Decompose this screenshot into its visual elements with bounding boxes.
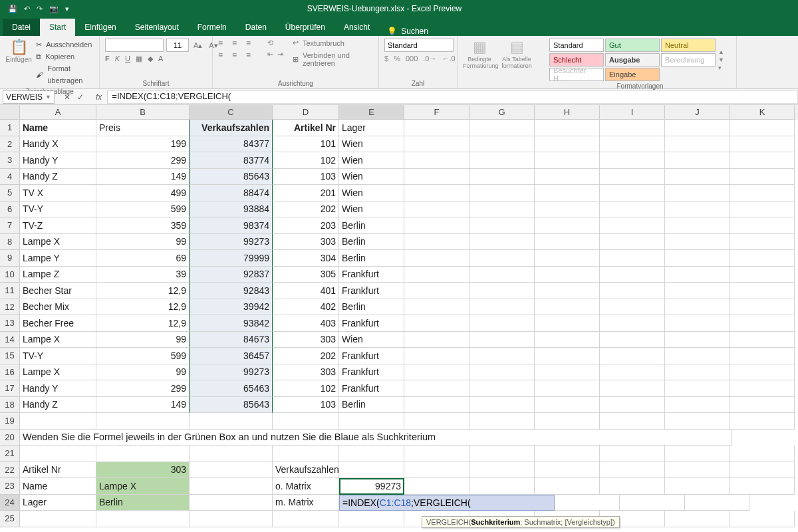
cell-F8[interactable]: [404, 234, 469, 251]
row-header[interactable]: 21: [0, 446, 20, 462]
cell-B8[interactable]: 99: [96, 234, 190, 251]
row-header[interactable]: 15: [0, 348, 20, 364]
format-as-table-button[interactable]: ▤Als Tabelle formatieren: [500, 39, 533, 69]
cell-B6[interactable]: 599: [96, 201, 190, 218]
cell-K18[interactable]: [730, 397, 795, 414]
cell-D22[interactable]: Verkaufszahlen: [273, 462, 339, 479]
cell-J10[interactable]: [665, 267, 730, 283]
cell-G11[interactable]: [469, 283, 535, 299]
cell-F17[interactable]: [404, 380, 469, 397]
increase-indent-button[interactable]: ⇥: [277, 50, 283, 59]
cell-D7[interactable]: 203: [273, 217, 339, 234]
increase-font-icon[interactable]: A▴: [192, 41, 204, 50]
cell-J5[interactable]: [665, 185, 730, 201]
cell-E2[interactable]: Wien: [339, 136, 404, 153]
cell-B9[interactable]: 69: [96, 250, 190, 267]
cell-H5[interactable]: [535, 185, 600, 201]
cell-A19[interactable]: [20, 413, 96, 430]
cell-I3[interactable]: [600, 152, 665, 169]
cell-I5[interactable]: [600, 185, 665, 201]
cell-B19[interactable]: [96, 413, 190, 430]
cell-H11[interactable]: [535, 283, 600, 299]
styles-more-icon[interactable]: ▾: [718, 65, 724, 71]
cell-D21[interactable]: [273, 446, 339, 462]
row-header[interactable]: 20: [0, 430, 20, 446]
cell-G9[interactable]: [469, 250, 535, 267]
row-header[interactable]: 6: [0, 201, 20, 218]
tab-einfuegen[interactable]: Einfügen: [75, 19, 125, 36]
cell-B18[interactable]: 149: [96, 397, 190, 414]
increase-decimal-button[interactable]: .0→: [423, 55, 436, 63]
cell-C16[interactable]: 99273: [190, 364, 273, 381]
cell-F2[interactable]: [404, 136, 469, 153]
cell-A1[interactable]: Name: [20, 120, 96, 136]
cell-A17[interactable]: Handy Y: [20, 380, 96, 397]
styles-down-icon[interactable]: ▼: [718, 57, 724, 63]
cell-F11[interactable]: [404, 283, 469, 299]
cell-J11[interactable]: [665, 283, 730, 299]
col-header-H[interactable]: H: [535, 105, 600, 120]
cell-B12[interactable]: 12,9: [96, 299, 190, 316]
cell-G16[interactable]: [469, 364, 535, 381]
cell-J6[interactable]: [665, 201, 730, 218]
cell-J14[interactable]: [665, 332, 730, 348]
cell-B11[interactable]: 12,9: [96, 283, 190, 299]
cell-K5[interactable]: [730, 185, 795, 201]
cell-F12[interactable]: [404, 299, 469, 316]
paste-button[interactable]: 📋 Einfügen: [5, 39, 32, 86]
cell-C15[interactable]: 36457: [190, 348, 273, 364]
row-header[interactable]: 10: [0, 267, 20, 283]
col-header-F[interactable]: F: [404, 105, 469, 120]
cell-D6[interactable]: 202: [273, 201, 339, 218]
cell-E1[interactable]: Lager: [339, 120, 404, 136]
cell-K1[interactable]: [730, 120, 795, 136]
vertical-align[interactable]: ≡≡≡: [218, 39, 258, 48]
cell-E7[interactable]: Berlin: [339, 217, 404, 234]
col-header-A[interactable]: A: [20, 105, 96, 120]
cell-E24-formula[interactable]: =INDEX(C1:C18;VERGLEICH(: [339, 495, 555, 511]
cell-H18[interactable]: [535, 397, 600, 414]
row-header[interactable]: 14: [0, 332, 20, 348]
col-header-K[interactable]: K: [730, 105, 795, 120]
font-family-select[interactable]: [105, 39, 164, 52]
row-header[interactable]: 16: [0, 364, 20, 381]
underline-button[interactable]: U: [125, 55, 130, 63]
name-box-dropdown-icon[interactable]: ▼: [45, 94, 51, 100]
cell-A21[interactable]: [20, 446, 96, 462]
cell-K23[interactable]: [730, 478, 795, 495]
cell-K25[interactable]: [730, 511, 795, 527]
cell-F13[interactable]: [404, 315, 469, 332]
cell-J22[interactable]: [665, 462, 730, 479]
cell-I7[interactable]: [600, 217, 665, 234]
cell-D12[interactable]: 402: [273, 299, 339, 316]
cell-G13[interactable]: [469, 315, 535, 332]
cell-C5[interactable]: 88474: [190, 185, 273, 201]
cell-D1[interactable]: Artikel Nr: [273, 120, 339, 136]
cell-G2[interactable]: [469, 136, 535, 153]
cell-K22[interactable]: [730, 462, 795, 479]
cell-J17[interactable]: [665, 380, 730, 397]
cell-K19[interactable]: [730, 413, 795, 430]
cell-C17[interactable]: 65463: [190, 380, 273, 397]
cell-F15[interactable]: [404, 348, 469, 364]
bold-button[interactable]: F: [105, 55, 110, 63]
cell-G1[interactable]: [469, 120, 535, 136]
enter-formula-icon[interactable]: ✓: [77, 92, 84, 102]
cut-button[interactable]: ✂Ausschneiden: [36, 39, 94, 51]
cell-D19[interactable]: [273, 413, 339, 430]
row-header[interactable]: 12: [0, 299, 20, 316]
cell-I14[interactable]: [600, 332, 665, 348]
cell-F4[interactable]: [404, 169, 469, 186]
cell-A11[interactable]: Becher Star: [20, 283, 96, 299]
cell-B10[interactable]: 39: [96, 267, 190, 283]
cell-B23[interactable]: Lampe X: [96, 478, 190, 495]
cell-A4[interactable]: Handy Z: [20, 169, 96, 186]
cell-E10[interactable]: Frankfurt: [339, 267, 404, 283]
cell-J7[interactable]: [665, 217, 730, 234]
cell-H16[interactable]: [535, 364, 600, 381]
cell-E25[interactable]: [339, 511, 404, 527]
cell-E8[interactable]: Berlin: [339, 234, 404, 251]
cell-D24[interactable]: m. Matrix: [273, 495, 339, 511]
tab-seitenlayout[interactable]: Seitenlayout: [126, 19, 188, 36]
qat-more-icon[interactable]: ▾: [65, 5, 69, 13]
